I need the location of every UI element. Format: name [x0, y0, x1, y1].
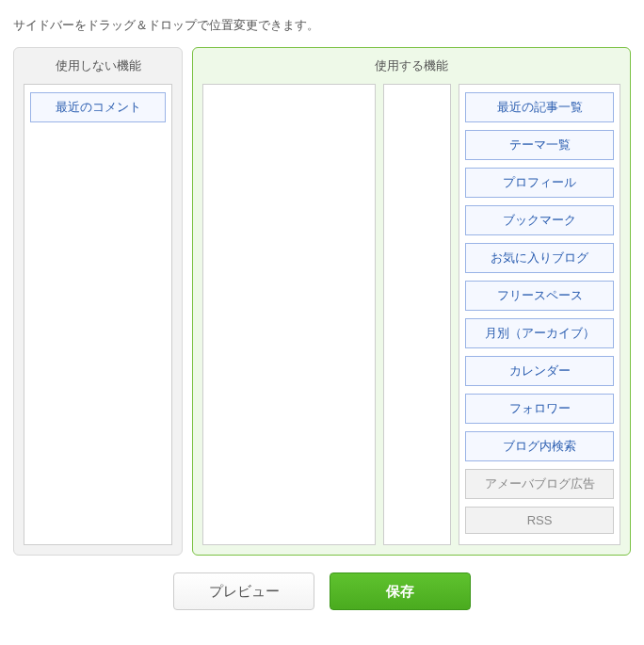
panels-container: 使用しない機能 最近のコメント 使用する機能 最近の記事一覧テーマ一覧プロフィー… [13, 47, 631, 556]
unused-panel: 使用しない機能 最近のコメント [13, 47, 183, 556]
widget-item[interactable]: フォロワー [465, 394, 614, 424]
used-column-right[interactable]: 最近の記事一覧テーマ一覧プロフィールブックマークお気に入りブログフリースペース月… [459, 84, 620, 545]
save-button[interactable]: 保存 [330, 572, 471, 610]
widget-item[interactable]: テーマ一覧 [465, 130, 614, 160]
unused-panel-title: 使用しない機能 [14, 48, 182, 84]
widget-item[interactable]: ブックマーク [465, 205, 614, 235]
widget-item[interactable]: 月別（アーカイブ） [465, 318, 614, 348]
used-panel-title: 使用する機能 [193, 48, 630, 84]
widget-item[interactable]: ブログ内検索 [465, 431, 614, 461]
used-column-left[interactable] [202, 84, 376, 545]
widget-item: アメーバブログ広告 [465, 469, 614, 499]
preview-button[interactable]: プレビュー [173, 572, 314, 610]
actions-row: プレビュー 保存 [13, 572, 631, 610]
widget-item[interactable]: フリースペース [465, 281, 614, 311]
widget-item[interactable]: 最近の記事一覧 [465, 92, 614, 122]
used-column-middle[interactable] [383, 84, 451, 545]
widget-item[interactable]: カレンダー [465, 356, 614, 386]
used-panel: 使用する機能 最近の記事一覧テーマ一覧プロフィールブックマークお気に入りブログフ… [192, 47, 631, 556]
unused-column[interactable]: 最近のコメント [24, 84, 172, 545]
widget-item: RSS [465, 507, 614, 534]
widget-item[interactable]: プロフィール [465, 168, 614, 198]
instruction-text: サイドバーをドラッグ＆ドロップで位置変更できます。 [13, 17, 631, 34]
widget-item[interactable]: お気に入りブログ [465, 243, 614, 273]
widget-item[interactable]: 最近のコメント [30, 92, 166, 122]
